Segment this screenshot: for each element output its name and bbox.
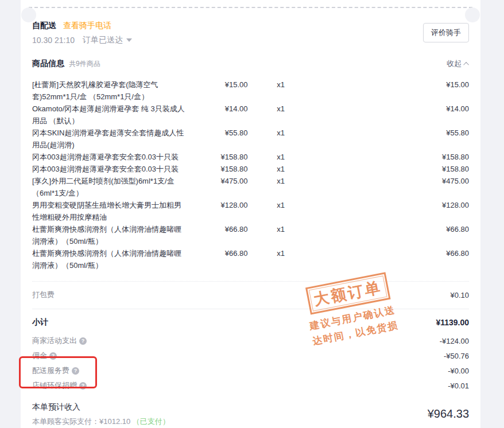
product-line-total: ¥158.80 — [314, 151, 470, 163]
fee-value: -¥124.00 — [440, 337, 469, 345]
product-unit-price: ¥128.00 — [193, 199, 248, 211]
fee-row: 佣金 ? -¥50.76 — [32, 348, 469, 363]
product-row: 男用变粗变硬阴茎生殖增长增大膏男士加粗男性增粗硬外用按摩精油 ¥128.00 x… — [32, 199, 469, 223]
order-detail-page: 自配送 查看骑手电话 10.30 21:10 订单已送达 评价骑手 商品信息 共… — [0, 0, 504, 428]
products-count: 共9件商品 — [69, 59, 100, 69]
estimated-income-label: 本单预计收入 — [32, 400, 170, 414]
product-line-total: ¥66.80 — [314, 247, 470, 259]
receipt-notch-left — [21, 7, 36, 22]
product-name: 杜蕾斯爽滑快感润滑剂（人体润滑油情趣啫喱润滑液）（50ml/瓶） — [32, 247, 193, 271]
subtotal-row: 小计 ¥1139.00 — [32, 316, 469, 329]
products-section-header: 商品信息 共9件商品 收起 — [32, 58, 469, 69]
collapse-toggle[interactable]: 收起 — [447, 59, 469, 69]
product-row: 冈本SKIN超润滑避孕套超薄安全套情趣成人性用品(超润滑) ¥55.80 x1 … — [32, 127, 469, 151]
product-row: 冈本003超润滑超薄避孕套安全套0.03十只装 ¥158.80 x1 ¥158.… — [32, 151, 469, 163]
product-line-total: ¥475.00 — [314, 175, 470, 187]
product-line-total: ¥158.80 — [314, 163, 470, 175]
fee-breakdown: 商家活动支出 ? -¥124.00 佣金 ? -¥50.76 配送服务费 — [32, 333, 469, 393]
order-card: 自配送 查看骑手电话 10.30 21:10 订单已送达 评价骑手 商品信息 共… — [21, 0, 480, 428]
product-quantity: x1 — [248, 127, 314, 139]
packing-fee-label: 打包费 — [32, 290, 55, 300]
fee-value: -¥0.01 — [448, 382, 469, 390]
chevron-up-icon — [463, 61, 469, 67]
fee-row: 配送服务费 ? -¥0.00 — [32, 363, 469, 378]
product-quantity: x1 — [248, 151, 314, 163]
order-header: 自配送 查看骑手电话 10.30 21:10 订单已送达 评价骑手 — [32, 20, 469, 46]
delivery-type-label: 自配送 — [32, 21, 56, 31]
product-row: 杜蕾斯爽滑快感润滑剂（人体润滑油情趣啫喱润滑液）（50ml/瓶） ¥66.80 … — [32, 223, 469, 247]
product-unit-price: ¥158.80 — [193, 151, 248, 163]
help-icon[interactable]: ? — [49, 352, 57, 360]
product-name: [享久]外用二代延时喷剂(加强型)6ml*1支/盒 （6ml*1支/盒） — [32, 175, 193, 199]
fee-value: -¥0.00 — [448, 367, 469, 375]
product-table: [杜蕾斯]天然胶乳橡胶避孕套(隐薄空气套)52mm*1只/盒 （52mm*1只/… — [32, 79, 469, 271]
product-unit-price: ¥14.00 — [193, 103, 248, 115]
paid-status-badge: （已支付） — [133, 417, 170, 426]
product-quantity: x1 — [248, 163, 314, 175]
help-icon[interactable]: ? — [79, 337, 87, 345]
packing-fee-row: 打包费 ¥0.10 — [32, 289, 469, 301]
product-line-total: ¥55.80 — [314, 127, 470, 139]
product-quantity: x1 — [248, 103, 314, 115]
fee-label: 商家活动支出 — [32, 336, 77, 346]
income-block: 本单预计收入 本单顾客实际支付：¥1012.10 （已支付） ¥964.33 — [32, 400, 469, 427]
product-row: 冈本003超润滑超薄避孕套安全套0.03十只装 ¥158.80 x1 ¥158.… — [32, 163, 469, 175]
divider-packing — [32, 309, 469, 309]
fee-label: 配送服务费 — [32, 365, 69, 376]
estimated-income-value: ¥964.33 — [428, 407, 469, 421]
rate-rider-button[interactable]: 评价骑手 — [423, 23, 469, 42]
order-header-left: 自配送 查看骑手电话 10.30 21:10 订单已送达 — [32, 20, 132, 46]
help-icon[interactable]: ? — [72, 367, 79, 375]
product-unit-price: ¥55.80 — [193, 127, 248, 139]
product-quantity: x1 — [248, 199, 314, 211]
product-name: [杜蕾斯]天然胶乳橡胶避孕套(隐薄空气套)52mm*1只/盒 （52mm*1只/… — [32, 79, 193, 103]
product-unit-price: ¥475.00 — [193, 175, 248, 187]
fee-row: 店铺环保捐赠 ? -¥0.01 — [32, 378, 469, 393]
product-unit-price: ¥158.80 — [193, 163, 248, 175]
product-row: Okamoto/冈本超薄超润滑避孕套 纯 3只装成人用品 （默认） ¥14.00… — [32, 103, 469, 127]
product-name: 男用变粗变硬阴茎生殖增长增大膏男士加粗男性增粗硬外用按摩精油 — [32, 199, 193, 223]
order-status-dropdown[interactable]: 订单已送达 — [83, 35, 132, 45]
view-rider-phone-link[interactable]: 查看骑手电话 — [63, 21, 111, 31]
help-icon[interactable]: ? — [79, 382, 87, 390]
divider-products — [32, 281, 469, 282]
receipt-tear-line — [29, 7, 472, 8]
subtotal-value: ¥1139.00 — [436, 318, 469, 327]
receipt-notch-right — [465, 7, 480, 22]
product-name: Okamoto/冈本超薄超润滑避孕套 纯 3只装成人用品 （默认） — [32, 103, 193, 127]
product-line-total: ¥128.00 — [314, 199, 470, 211]
products-title: 商品信息 — [32, 59, 64, 69]
product-line-total: ¥66.80 — [314, 223, 470, 235]
product-name: 杜蕾斯爽滑快感润滑剂（人体润滑油情趣啫喱润滑液）（50ml/瓶） — [32, 223, 193, 247]
fee-label: 佣金 — [32, 351, 47, 361]
packing-fee-value: ¥0.10 — [450, 291, 469, 299]
collapse-label: 收起 — [447, 59, 462, 69]
subtotal-label: 小计 — [32, 317, 48, 328]
order-status-label: 订单已送达 — [83, 35, 123, 45]
product-line-total: ¥14.00 — [314, 103, 470, 115]
fee-value: -¥50.76 — [444, 352, 469, 360]
product-quantity: x1 — [248, 247, 314, 259]
customer-paid-text: 本单顾客实际支付：¥1012.10 — [32, 417, 130, 426]
product-row: [享久]外用二代延时喷剂(加强型)6ml*1支/盒 （6ml*1支/盒） ¥47… — [32, 175, 469, 199]
fee-label: 店铺环保捐赠 — [32, 380, 77, 391]
product-unit-price: ¥66.80 — [193, 247, 248, 259]
product-quantity: x1 — [248, 175, 314, 187]
product-name: 冈本SKIN超润滑避孕套超薄安全套情趣成人性用品(超润滑) — [32, 127, 193, 151]
product-quantity: x1 — [248, 223, 314, 235]
fee-row: 商家活动支出 ? -¥124.00 — [32, 333, 469, 348]
product-row: [杜蕾斯]天然胶乳橡胶避孕套(隐薄空气套)52mm*1只/盒 （52mm*1只/… — [32, 79, 469, 103]
product-line-total: ¥15.00 — [314, 79, 470, 91]
caret-down-icon — [126, 38, 132, 42]
product-name: 冈本003超润滑超薄避孕套安全套0.03十只装 — [32, 151, 193, 163]
product-row: 杜蕾斯爽滑快感润滑剂（人体润滑油情趣啫喱润滑液）（50ml/瓶） ¥66.80 … — [32, 247, 469, 271]
product-name: 冈本003超润滑超薄避孕套安全套0.03十只装 — [32, 163, 193, 175]
product-unit-price: ¥66.80 — [193, 223, 248, 235]
product-quantity: x1 — [248, 79, 314, 91]
product-unit-price: ¥15.00 — [193, 79, 248, 91]
order-time: 10.30 21:10 — [32, 36, 75, 45]
